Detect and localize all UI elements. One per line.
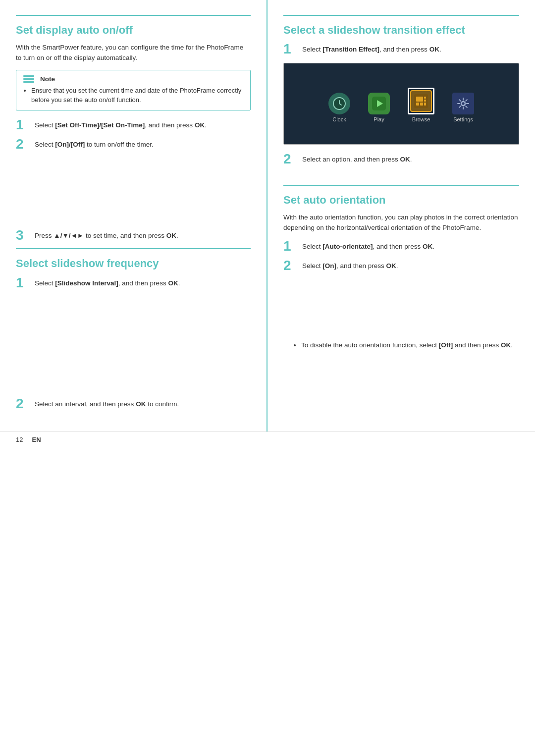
step-2-display: 2 Select [On]/[Off] to turn on/off the t…: [16, 138, 251, 152]
top-divider-right: [283, 15, 519, 16]
spacer-right: [283, 291, 519, 340]
orientation-note: To disable the auto orientation function…: [283, 340, 519, 350]
screenshot-inner: Clock Play: [284, 63, 519, 144]
screenshot-transition: Clock Play: [283, 63, 519, 145]
note-header: Note: [23, 75, 243, 83]
step-text-s1: Select [Slideshow Interval], and then pr…: [35, 276, 251, 288]
top-divider-left: [16, 15, 251, 16]
svg-line-18: [466, 106, 467, 108]
step-number-t1: 1: [283, 42, 302, 57]
step-text-t1: Select [Transition Effect], and then pre…: [302, 43, 519, 54]
section-title-slideshow: Select slideshow frequency: [16, 257, 251, 270]
browse-label: Browse: [412, 116, 430, 122]
svg-rect-7: [424, 97, 426, 99]
section-intro-display: With the SmartPower feature, you can con…: [16, 43, 251, 63]
step-number-o2: 2: [283, 258, 302, 273]
clock-label: Clock: [332, 116, 346, 122]
play-label: Play: [374, 116, 384, 122]
step-text-s2: Select an interval, and then press OK to…: [35, 397, 251, 409]
clock-icon: [328, 93, 350, 114]
note-icon: [23, 75, 34, 83]
svg-rect-11: [424, 103, 426, 106]
note-label: Note: [40, 75, 55, 83]
step-1-slideshow: 1 Select [Slideshow Interval], and then …: [16, 276, 251, 291]
svg-rect-6: [416, 97, 423, 102]
step-text-3: Press ▲/▼/◄► to set time, and then press…: [35, 229, 251, 241]
svg-line-20: [459, 106, 461, 108]
step-text-o1: Select [Auto-orientate], and then press …: [302, 240, 519, 252]
step-1-display: 1 Select [Set Off-Time]/[Set On-Time], a…: [16, 118, 251, 133]
play-icon: [368, 93, 390, 114]
step-2-orientation: 2 Select [On], and then press OK.: [283, 259, 519, 273]
icon-item-clock: Clock: [328, 93, 350, 122]
step-number-t2: 2: [283, 152, 302, 167]
section-title-orientation: Set auto orientation: [283, 194, 519, 207]
icon-item-browse: Browse: [408, 88, 434, 122]
settings-label: Settings: [453, 116, 473, 122]
step-2-slideshow: 2 Select an interval, and then press OK …: [16, 397, 251, 412]
icon-item-settings: Settings: [452, 93, 474, 122]
browse-icon: [410, 90, 432, 112]
icons-row: Clock Play: [328, 88, 474, 122]
step-text-1: Select [Set Off-Time]/[Set On-Time], and…: [35, 118, 251, 130]
step-1-transition: 1 Select [Transition Effect], and then p…: [283, 43, 519, 57]
step-text-2: Select [On]/[Off] to turn on/off the tim…: [35, 138, 251, 150]
section-title-display: Set display auto on/off: [16, 24, 251, 37]
divider-slideshow: [16, 248, 251, 249]
step-number-1: 1: [16, 117, 35, 133]
section-display-auto: Set display auto on/off With the SmartPo…: [16, 15, 251, 152]
step-2-transition: 2 Select an option, and then press OK.: [283, 153, 519, 167]
step-number-s2: 2: [16, 396, 35, 412]
svg-line-19: [466, 100, 467, 101]
step-text-o2: Select [On], and then press OK.: [302, 259, 519, 271]
step-3-display: 3 Press ▲/▼/◄► to set time, and then pre…: [16, 229, 251, 243]
step-1-orientation: 1 Select [Auto-orientate], and then pres…: [283, 240, 519, 254]
page-footer: 12 EN: [0, 432, 535, 447]
svg-rect-10: [420, 103, 423, 106]
section-transition: Select a slideshow transition effect 1 S…: [283, 15, 519, 167]
svg-line-17: [459, 100, 461, 101]
step-number-3: 3: [16, 228, 35, 243]
note-body: Ensure that you set the current time and…: [23, 86, 243, 105]
page-number: 12: [16, 436, 23, 443]
section-intro-orientation: With the auto orientation function, you …: [283, 213, 519, 233]
svg-rect-9: [416, 103, 419, 106]
step-text-t2: Select an option, and then press OK.: [302, 153, 519, 164]
col-right: Select a slideshow transition effect 1 S…: [268, 0, 535, 432]
divider-orientation: [283, 185, 519, 186]
section-slideshow-freq: Select slideshow frequency 1 Select [Sli…: [16, 257, 251, 290]
step-number-2: 2: [16, 137, 35, 152]
spacer-left: [16, 169, 251, 229]
icon-item-play: Play: [368, 93, 390, 122]
svg-point-12: [461, 102, 465, 106]
orientation-note-item: To disable the auto orientation function…: [301, 340, 519, 350]
spacer-left-2: [16, 308, 251, 397]
step-number-o1: 1: [283, 239, 302, 254]
settings-icon: [452, 93, 474, 114]
page-lang: EN: [32, 436, 41, 443]
svg-rect-8: [424, 100, 426, 102]
note-box: Note Ensure that you set the current tim…: [16, 70, 251, 110]
step-number-s1: 1: [16, 275, 35, 291]
section-title-transition: Select a slideshow transition effect: [283, 24, 519, 37]
section-orientation: Set auto orientation With the auto orien…: [283, 194, 519, 273]
note-item: Ensure that you set the current time and…: [31, 86, 243, 105]
